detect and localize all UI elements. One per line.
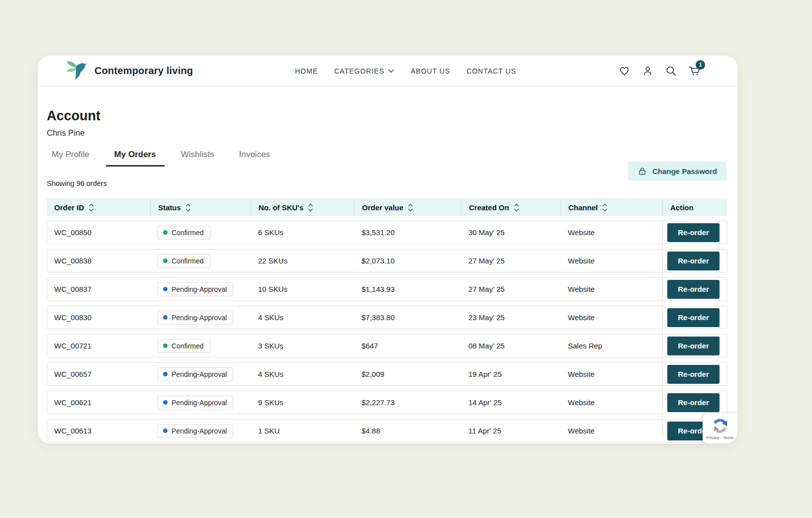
column-header[interactable]: Order ID: [47, 198, 150, 216]
change-password-button[interactable]: Change Password: [628, 162, 726, 180]
main-content-card: Contemporary living HOME CATEGORIES ABOU…: [38, 56, 737, 443]
column-header[interactable]: No. of SKU's: [251, 198, 354, 216]
column-header-label: Order ID: [54, 203, 84, 212]
created-on-cell: 27 May' 25: [461, 285, 561, 293]
brand-logo-group[interactable]: Contemporary living: [66, 60, 193, 82]
order-id-cell: WC_00830: [47, 313, 151, 322]
nav-item[interactable]: ABOUT US: [411, 67, 450, 75]
sku-cell: 4 SKUs: [251, 370, 355, 378]
tab[interactable]: Invoices: [239, 150, 270, 167]
status-cell: Pending-Approval: [151, 424, 251, 438]
order-id-cell: WC_00621: [47, 398, 151, 407]
channel-cell: Website: [561, 285, 663, 293]
status-label: Pending-Approval: [172, 314, 227, 322]
account-user-icon[interactable]: [641, 65, 654, 78]
order-id-cell: WC_00657: [47, 370, 151, 378]
orders-table-header: Order ID Status No. of SKU's: [47, 198, 727, 216]
status-badge: Pending-Approval: [158, 282, 233, 296]
reorder-button[interactable]: Re-order: [667, 223, 720, 242]
status-cell: Confirmed: [151, 339, 251, 353]
tab[interactable]: My Orders: [106, 150, 165, 167]
channel-cell: Website: [561, 370, 663, 378]
column-header[interactable]: Action: [662, 198, 727, 216]
column-header-label: Created On: [469, 203, 509, 212]
account-tabs: My Profile My Orders Wishlists Invoices: [47, 150, 727, 167]
status-cell: Pending-Approval: [151, 396, 251, 410]
recaptcha-privacy-terms[interactable]: Privacy - Terms: [707, 435, 734, 440]
tab[interactable]: My Profile: [52, 150, 90, 167]
status-label: Pending-Approval: [172, 427, 227, 435]
account-section: Account Chris Pine Change Password My Pr…: [38, 108, 737, 442]
reorder-button[interactable]: Re-order: [667, 337, 720, 355]
status-badge: Confirmed: [158, 226, 210, 240]
order-row: WC_00838 Confirmed 22 SKUs $2,073.10 27 …: [47, 249, 727, 272]
nav-item[interactable]: HOME: [295, 67, 318, 75]
reorder-button[interactable]: Re-order: [667, 393, 720, 412]
status-dot-icon: [163, 372, 168, 376]
column-header[interactable]: Status: [150, 198, 251, 216]
order-row: WC_00721 Confirmed 3 SKUs $647 08 May' 2…: [47, 334, 727, 357]
reorder-button[interactable]: Re-order: [667, 308, 720, 327]
reorder-button[interactable]: Re-order: [667, 280, 720, 299]
page-title: Account: [47, 108, 727, 123]
nav-item-label: CATEGORIES: [334, 67, 384, 75]
action-cell: Re-order: [663, 252, 727, 270]
recaptcha-badge[interactable]: Privacy - Terms: [703, 413, 737, 443]
order-value-cell: $2,073.10: [355, 257, 461, 265]
change-password-label: Change Password: [652, 167, 717, 175]
nav-item-label: CONTACT US: [466, 67, 516, 75]
channel-cell: Website: [561, 228, 663, 237]
chevron-down-icon: [388, 69, 394, 73]
brand-name: Contemporary living: [94, 65, 193, 77]
channel-cell: Website: [561, 427, 663, 435]
hummingbird-logo-icon: [66, 60, 88, 82]
top-navbar: Contemporary living HOME CATEGORIES ABOU…: [38, 56, 737, 86]
order-row: WC_00830 Pending-Approval 4 SKUs $7,383.…: [47, 306, 727, 329]
channel-cell: Website: [561, 398, 663, 407]
tab[interactable]: Wishlists: [181, 150, 214, 167]
created-on-cell: 11 Apr' 25: [461, 427, 561, 435]
sku-cell: 9 SKUs: [251, 398, 355, 407]
status-label: Pending-Approval: [172, 285, 227, 293]
created-on-cell: 08 May' 25: [461, 342, 561, 350]
status-badge: Pending-Approval: [158, 424, 233, 438]
status-badge: Confirmed: [158, 339, 210, 353]
reorder-button[interactable]: Re-order: [667, 365, 720, 384]
header-icons: 1: [618, 65, 701, 78]
sort-icon[interactable]: [514, 203, 519, 212]
column-header[interactable]: Channel: [560, 198, 662, 216]
nav-item[interactable]: CONTACT US: [466, 67, 516, 75]
status-cell: Pending-Approval: [151, 367, 251, 381]
status-cell: Pending-Approval: [151, 282, 251, 296]
column-header[interactable]: Order value: [354, 198, 461, 216]
column-header[interactable]: Created On: [461, 198, 560, 216]
created-on-cell: 27 May' 25: [461, 257, 561, 265]
order-value-cell: $7,383.80: [355, 313, 461, 322]
order-value-cell: $3,531.20: [355, 228, 461, 237]
status-dot-icon: [163, 400, 168, 405]
sku-cell: 3 SKUs: [251, 342, 355, 350]
search-icon[interactable]: [665, 65, 678, 78]
sort-icon[interactable]: [185, 203, 191, 212]
channel-cell: Website: [561, 257, 663, 265]
order-row: WC_00837 Pending-Approval 10 SKUs $1,143…: [47, 277, 727, 301]
sku-cell: 1 SKU: [251, 427, 355, 435]
action-cell: Re-order: [663, 337, 727, 355]
sort-icon[interactable]: [308, 203, 313, 212]
cart-icon[interactable]: 1: [688, 65, 701, 78]
sort-icon[interactable]: [602, 203, 608, 212]
status-dot-icon: [163, 315, 168, 320]
status-badge: Confirmed: [158, 254, 210, 268]
nav-item-label: HOME: [295, 67, 318, 75]
order-id-cell: WC_00850: [47, 228, 151, 237]
reorder-button[interactable]: Re-order: [667, 252, 720, 270]
column-header-label: Status: [158, 203, 181, 212]
created-on-cell: 30 May' 25: [461, 228, 561, 237]
wishlist-heart-icon[interactable]: [618, 65, 631, 78]
sort-icon[interactable]: [89, 203, 94, 212]
main-nav: HOME CATEGORIES ABOUT US CONTACT US: [295, 67, 516, 75]
channel-cell: Website: [561, 313, 663, 322]
orders-summary: Showing 96 orders: [47, 179, 727, 187]
sort-icon[interactable]: [408, 203, 413, 212]
nav-item[interactable]: CATEGORIES: [334, 67, 394, 75]
